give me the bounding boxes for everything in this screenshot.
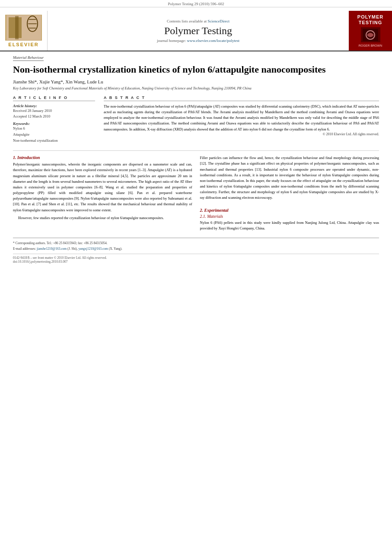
doi-line: doi:10.1016/j.polymertesting.2010.03.007 [13,260,379,264]
header-middle: Contents lists available at ScienceDirec… [48,11,349,51]
intro-para3: Filler particles can influence the flow … [200,155,379,201]
keyword-2: Attapulgite [13,132,95,138]
polymer-testing-badge: POLYMER TESTING ROGER BROWN [349,11,392,51]
email-note: E-mail addresses: jianshe1210@163.com (J… [13,246,379,251]
page-wrapper: Polymer Testing 29 (2010) 596–602 ELSEVI… [0,0,392,268]
issn-line: 0142-9418/$ – see front matter © 2010 El… [13,256,379,260]
keyword-list: Nylon 6 Attapulgite Non-isothermal cryst… [13,126,95,143]
elsevier-wordmark: ELSEVIER [8,42,38,47]
abstract-col: A B S T R A C T The non-isothermal cryst… [104,96,379,146]
keywords-section: Keywords: Nylon 6 Attapulgite Non-isothe… [13,121,95,143]
intro-text: Polymer/inorganic nanocomposites, wherei… [13,162,192,221]
intro-para1: Polymer/inorganic nanocomposites, wherei… [13,162,192,213]
header-area: ELSEVIER Contents lists available at Sci… [0,7,392,51]
elsevier-logo: ELSEVIER [0,11,48,51]
article-history: Article history: Received 28 January 201… [13,104,95,119]
contents-line: Contents lists available at ScienceDirec… [167,19,229,23]
article-info-col: A R T I C L E I N F O Article history: R… [13,96,95,146]
email2-link[interactable]: yangxj1210@163.com [78,247,108,251]
journal-title: Polymer Testing [164,25,232,37]
email1-link[interactable]: jianshe1210@163.com [37,247,67,251]
badge-icon [361,27,380,42]
affiliation: Key Laboratory for Soft Chemistry and Fu… [13,86,379,90]
badge-testing-text: TESTING [359,20,382,25]
section-label: Material Behaviour [13,55,379,64]
elsevier-logo-image [5,15,42,41]
email2-name: (X. Yang). [109,247,122,251]
journal-homepage: journal homepage: www.elsevier.com/locat… [157,38,239,43]
intro-para2: However, few studies reported the crysta… [13,215,192,221]
footnotes-area: * Corresponding authors. Tel.: +86 25 84… [13,238,379,252]
abstract-header: A B S T R A C T [104,96,379,101]
section-divider [13,150,379,151]
experimental-para1: Nylon 6 (PA6) pellets used in this study… [200,220,379,231]
copyright: © 2010 Elsevier Ltd. All rights reserved… [104,132,379,136]
badge-polymer-text: POLYMER [357,14,383,20]
received-date: Received 28 January 2010 [13,108,95,114]
abstract-text: The non-isothermal crystallization behav… [104,104,379,132]
main-content: Material Behaviour Non-isothermal crysta… [0,51,392,268]
body-columns: 1. Introduction Polymer/inorganic nanoco… [13,155,379,233]
body-col-right: Filler particles can influence the flow … [200,155,379,233]
keyword-1: Nylon 6 [13,126,95,132]
materials-subheading: 2.1. Materials [200,214,379,219]
email1-name: (J. Shi), [67,247,78,251]
citation-text: Polymer Testing 29 (2010) 596–602 [168,2,224,6]
keyword-3: Non-isothermal crystallization [13,138,95,144]
sciencedirect-link[interactable]: ScienceDirect [208,19,229,23]
intro-continued: Filler particles can influence the flow … [200,155,379,201]
accepted-date: Accepted 12 March 2010 [13,114,95,119]
body-col-left: 1. Introduction Polymer/inorganic nanoco… [13,155,192,233]
article-title: Non-isothermal crystallization kinetics … [13,64,379,76]
email-label: E-mail addresses: [13,247,36,251]
intro-heading: 1. Introduction [13,155,192,160]
article-info-abstract: A R T I C L E I N F O Article history: R… [13,96,379,146]
authors: Jianshe Shi*, Xujie Yang*, Xin Wang, Lud… [13,79,379,84]
corresponding-note: * Corresponding authors. Tel.: +86 25 84… [13,241,379,245]
homepage-link[interactable]: www.elsevier.com/locate/polytest [187,38,239,43]
article-info-header: A R T I C L E I N F O [13,96,95,101]
bottom-bar: 0142-9418/$ – see front matter © 2010 El… [13,254,379,264]
svg-rect-2 [15,16,19,39]
badge-author-text: ROGER BROWN [359,44,382,47]
experimental-text: Nylon 6 (PA6) pellets used in this study… [200,220,379,231]
citation-bar: Polymer Testing 29 (2010) 596–602 [0,0,392,7]
experimental-heading: 2. Experimental [200,208,379,213]
